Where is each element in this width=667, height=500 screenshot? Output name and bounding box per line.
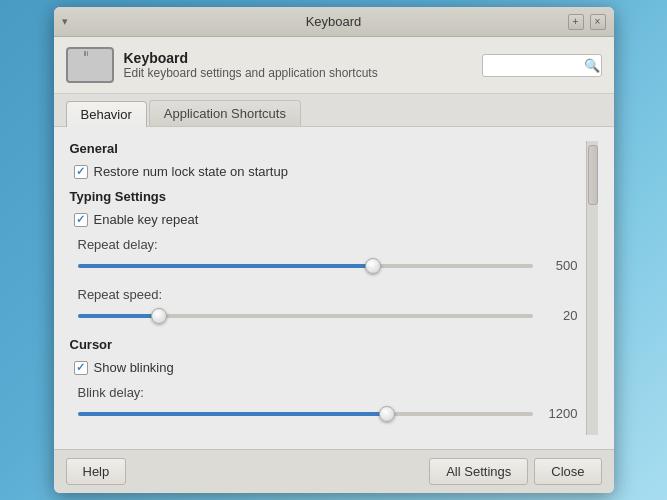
blink-delay-thumb[interactable]	[379, 406, 395, 422]
scrollbar[interactable]	[586, 141, 598, 435]
general-section: General Restore num lock state on startu…	[70, 141, 578, 179]
tab-behavior[interactable]: Behavior	[66, 101, 147, 127]
general-section-title: General	[70, 141, 578, 156]
close-button[interactable]: Close	[534, 458, 601, 485]
show-blinking-row: Show blinking	[70, 360, 578, 375]
titlebar-left: ▾	[62, 15, 68, 28]
keyboard-window: ▾ Keyboard + ×	[54, 7, 614, 493]
titlebar-controls: + ×	[568, 14, 606, 30]
restore-numlock-checkbox[interactable]	[74, 165, 88, 179]
blink-delay-track[interactable]	[78, 412, 533, 416]
tabs-bar: Behavior Application Shortcuts	[54, 94, 614, 127]
show-blinking-label: Show blinking	[94, 360, 174, 375]
repeat-speed-label: Repeat speed:	[78, 287, 578, 302]
app-subtitle: Edit keyboard settings and application s…	[124, 66, 378, 80]
help-button[interactable]: Help	[66, 458, 127, 485]
typing-section-title: Typing Settings	[70, 189, 578, 204]
show-blinking-checkbox[interactable]	[74, 361, 88, 375]
search-icon: 🔍	[584, 58, 600, 73]
enable-key-repeat-checkbox[interactable]	[74, 213, 88, 227]
cursor-section-title: Cursor	[70, 337, 578, 352]
enable-key-repeat-label: Enable key repeat	[94, 212, 199, 227]
restore-numlock-row: Restore num lock state on startup	[70, 164, 578, 179]
typing-section: Typing Settings Enable key repeat Repeat…	[70, 189, 578, 323]
app-title: Keyboard	[124, 50, 378, 66]
repeat-speed-value: 20	[543, 308, 578, 323]
repeat-speed-fill	[78, 314, 160, 318]
repeat-delay-label: Repeat delay:	[78, 237, 578, 252]
blink-delay-fill	[78, 412, 387, 416]
enable-key-repeat-row: Enable key repeat	[70, 212, 578, 227]
settings-panel: General Restore num lock state on startu…	[70, 141, 578, 435]
repeat-speed-slider-row: 20	[78, 308, 578, 323]
header-text: Keyboard Edit keyboard settings and appl…	[124, 50, 378, 80]
cursor-section: Cursor Show blinking Blink delay: 1200	[70, 337, 578, 421]
restore-numlock-label: Restore num lock state on startup	[94, 164, 288, 179]
titlebar: ▾ Keyboard + ×	[54, 7, 614, 37]
footer: Help All Settings Close	[54, 449, 614, 493]
scrollbar-thumb[interactable]	[588, 145, 598, 205]
all-settings-button[interactable]: All Settings	[429, 458, 528, 485]
blink-delay-label: Blink delay:	[78, 385, 578, 400]
search-input[interactable]	[489, 58, 584, 72]
window-menu-btn[interactable]: ▾	[62, 15, 68, 28]
repeat-delay-slider-row: 500	[78, 258, 578, 273]
blink-delay-value: 1200	[543, 406, 578, 421]
repeat-delay-track[interactable]	[78, 264, 533, 268]
repeat-speed-thumb[interactable]	[151, 308, 167, 324]
key-cell	[84, 51, 85, 56]
repeat-delay-thumb[interactable]	[365, 258, 381, 274]
main-content-area: General Restore num lock state on startu…	[54, 127, 614, 449]
keyboard-icon	[66, 47, 114, 83]
footer-right: All Settings Close	[429, 458, 601, 485]
repeat-delay-fill	[78, 264, 374, 268]
search-box[interactable]: 🔍	[482, 54, 602, 77]
tab-application-shortcuts[interactable]: Application Shortcuts	[149, 100, 301, 126]
repeat-speed-track[interactable]	[78, 314, 533, 318]
maximize-button[interactable]: +	[568, 14, 584, 30]
close-button[interactable]: ×	[590, 14, 606, 30]
header-area: Keyboard Edit keyboard settings and appl…	[54, 37, 614, 94]
window-title: Keyboard	[306, 14, 362, 29]
repeat-delay-value: 500	[543, 258, 578, 273]
key-cell	[85, 51, 86, 56]
blink-delay-slider-row: 1200	[78, 406, 578, 421]
